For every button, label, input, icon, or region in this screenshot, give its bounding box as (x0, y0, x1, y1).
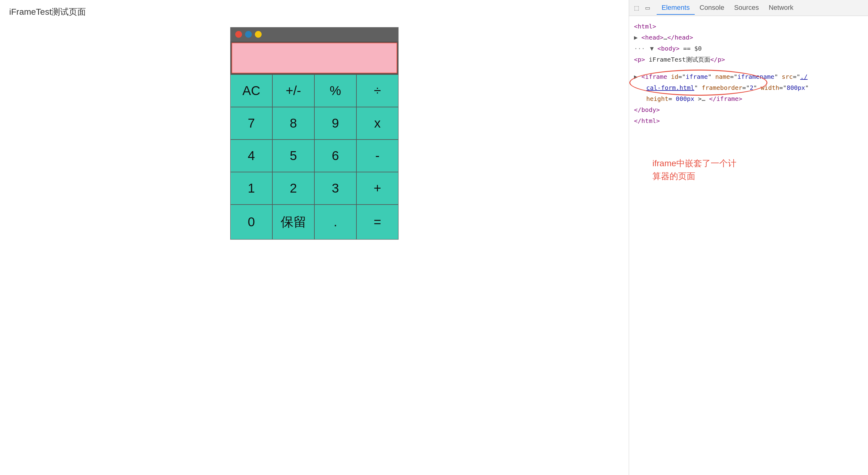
btn-9[interactable]: 9 (314, 107, 356, 139)
close-html-line: </html> (634, 115, 863, 126)
btn-equals[interactable]: = (356, 204, 398, 240)
head-tag-line[interactable]: ▶ <head>…</head> (634, 32, 863, 43)
btn-plusminus[interactable]: +/- (272, 74, 314, 107)
btn-dot[interactable]: . (314, 204, 356, 240)
iframe-annotation-area: ▶ <iframe id="iframe" name="iframename" … (634, 71, 863, 104)
devtools-toolbar-icons: ⬚ ▭ (632, 4, 652, 12)
btn-4[interactable]: 4 (230, 139, 272, 172)
tab-elements[interactable]: Elements (657, 1, 695, 15)
inspect-icon[interactable]: ⬚ (632, 4, 641, 12)
calculator-display (231, 43, 397, 73)
btn-add[interactable]: + (356, 172, 398, 204)
device-icon[interactable]: ▭ (643, 4, 652, 12)
iframe-line-3: height= 000px >… </iframe> (634, 93, 863, 104)
close-body-line: </body> (634, 104, 863, 115)
btn-6[interactable]: 6 (314, 139, 356, 172)
btn-2[interactable]: 2 (272, 172, 314, 204)
devtools-tabbar: ⬚ ▭ Elements Console Sources Network (629, 0, 868, 16)
titlebar-dot-blue[interactable] (245, 31, 252, 38)
btn-reserved[interactable]: 保留 (272, 204, 314, 240)
btn-multiply[interactable]: x (356, 107, 398, 139)
annotation-label: iframe中嵌套了一个计 算器的页面 (652, 157, 863, 183)
titlebar-dot-yellow[interactable] (255, 31, 261, 38)
btn-0[interactable]: 0 (230, 204, 272, 240)
btn-5[interactable]: 5 (272, 139, 314, 172)
html-tag-line[interactable]: <html> (634, 21, 863, 32)
tab-console[interactable]: Console (695, 1, 730, 15)
titlebar-dot-red[interactable] (235, 31, 242, 38)
btn-3[interactable]: 3 (314, 172, 356, 204)
btn-ac[interactable]: AC (230, 74, 272, 107)
page-title: iFrameTest测试页面 (9, 6, 620, 18)
tab-sources[interactable]: Sources (729, 1, 764, 15)
body-tag-line[interactable]: ··· ▼ <body> == $0 (634, 43, 863, 54)
btn-subtract[interactable]: - (356, 139, 398, 172)
btn-7[interactable]: 7 (230, 107, 272, 139)
p-tag-line: <p> iFrameTest测试页面</p> (634, 54, 863, 65)
btn-divide[interactable]: ÷ (356, 74, 398, 107)
calculator-titlebar (230, 27, 398, 41)
iframe-line-2: cal-form.html" frameborder="2" width="80… (634, 82, 863, 93)
btn-8[interactable]: 8 (272, 107, 314, 139)
calculator-iframe-wrapper: AC +/- % ÷ 7 8 9 x 4 5 6 - 1 2 3 + 0 保留 … (230, 27, 399, 240)
calculator-buttons-grid: AC +/- % ÷ 7 8 9 x 4 5 6 - 1 2 3 + 0 保留 … (230, 74, 398, 240)
iframe-line-1[interactable]: ▶ <iframe id="iframe" name="iframename" … (634, 71, 863, 82)
devtools-elements-panel: <html> ▶ <head>…</head> ··· ▼ <body> == … (629, 16, 868, 475)
btn-percent[interactable]: % (314, 74, 356, 107)
devtools-panel: ⬚ ▭ Elements Console Sources Network <ht… (629, 0, 868, 475)
btn-1[interactable]: 1 (230, 172, 272, 204)
tab-network[interactable]: Network (764, 1, 798, 15)
browser-page: iFrameTest测试页面 AC +/- % ÷ 7 8 9 x 4 5 6 … (0, 0, 629, 475)
